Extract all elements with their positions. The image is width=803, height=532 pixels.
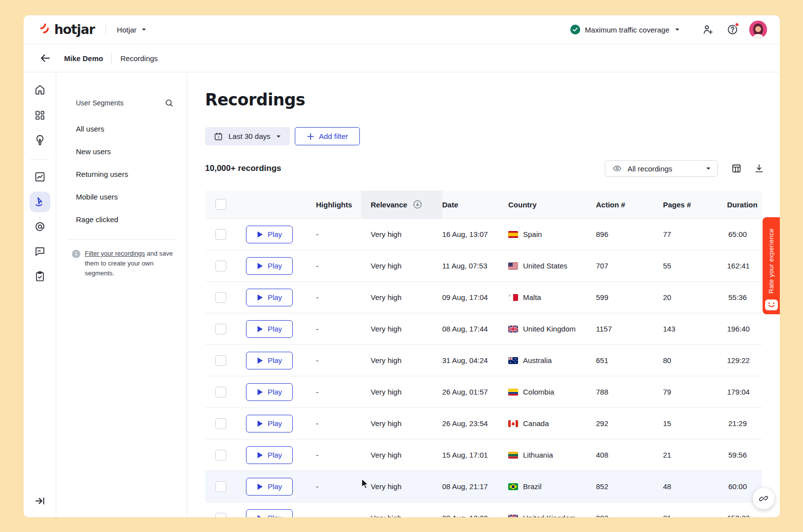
column-header-play	[235, 191, 316, 218]
manage-columns-button[interactable]	[731, 163, 742, 176]
cell-date: 15 Aug, 17:01	[442, 451, 508, 459]
cell-country: Colombia	[508, 388, 596, 396]
table-row[interactable]: Play - Very high 08 Aug, 21:17 Brazil 85…	[205, 471, 762, 502]
column-header-pages[interactable]: Pages #	[663, 191, 727, 218]
nav-item-recordings[interactable]	[34, 196, 46, 208]
segment-item-new-users[interactable]: New users	[56, 140, 187, 163]
hotjar-logo[interactable]: hotjar	[38, 22, 95, 37]
column-header-date[interactable]: Date	[442, 191, 508, 218]
country-name: Brazil	[523, 482, 542, 491]
country-name: Lithuania	[523, 451, 553, 459]
table-row[interactable]: Play - Very high 26 Aug, 01:57 Colombia …	[205, 376, 762, 408]
table-row[interactable]: Play - Very high 09 Aug, 17:04 Malta 599…	[205, 282, 762, 313]
user-avatar[interactable]	[749, 21, 767, 38]
share-link-button[interactable]	[753, 488, 774, 509]
play-button[interactable]: Play	[246, 383, 293, 401]
play-button[interactable]: Play	[246, 446, 293, 464]
cell-date: 08 Aug, 21:17	[442, 482, 508, 491]
recordings-view-selector[interactable]: All recordings	[605, 160, 718, 177]
row-checkbox[interactable]	[215, 418, 226, 429]
table-row[interactable]: Play - Very high 26 Aug, 23:54 Canada 29…	[205, 408, 762, 439]
help-button[interactable]	[727, 24, 738, 35]
nav-item-feedback[interactable]	[34, 245, 46, 257]
cell-relevance: Very high	[361, 356, 442, 365]
row-checkbox[interactable]	[215, 513, 226, 518]
cell-duration: 152:33	[727, 514, 762, 517]
play-button[interactable]: Play	[246, 289, 293, 306]
play-button[interactable]: Play	[246, 226, 293, 243]
row-checkbox[interactable]	[215, 324, 226, 334]
nav-item-insights[interactable]	[34, 134, 46, 146]
row-checkbox[interactable]	[215, 229, 226, 240]
segment-item-returning-users[interactable]: Returning users	[56, 163, 187, 185]
trends-chart-icon	[34, 171, 46, 183]
cell-relevance: Very high	[361, 325, 442, 333]
workspace-selector[interactable]: Hotjar	[117, 26, 147, 34]
cell-date: 08 Aug, 13:23	[442, 514, 508, 517]
cell-duration: 21:29	[727, 419, 762, 428]
column-header-relevance[interactable]: Relevance	[361, 191, 442, 218]
traffic-coverage-selector[interactable]: Maximum traffic coverage	[570, 25, 680, 34]
chat-bubble-icon	[34, 245, 46, 257]
table-row[interactable]: Play - Very high 11 Aug, 07:53 United St…	[205, 250, 762, 282]
cell-actions: 707	[596, 262, 663, 270]
column-header-highlights[interactable]: Highlights	[316, 191, 361, 218]
nav-item-home[interactable]	[34, 84, 46, 96]
nav-item-trends[interactable]	[34, 171, 46, 183]
date-range-label: Last 30 days	[228, 132, 270, 140]
country-flag	[508, 420, 518, 427]
sort-descending-icon[interactable]	[413, 200, 422, 209]
table-row[interactable]: Play - Very high 31 Aug, 04:24 Australia…	[205, 345, 762, 376]
traffic-coverage-label: Maximum traffic coverage	[585, 26, 669, 34]
filter-recordings-link[interactable]: Filter your recordings	[85, 250, 145, 257]
row-checkbox[interactable]	[215, 450, 226, 461]
row-checkbox[interactable]	[215, 261, 226, 271]
segment-item-mobile-users[interactable]: Mobile users	[56, 185, 187, 208]
column-header-actions[interactable]: Action #	[596, 191, 663, 218]
breadcrumb: Mike Demo Recordings	[24, 44, 780, 72]
rate-experience-tab[interactable]: Rate your experience	[763, 217, 780, 314]
select-all-checkbox[interactable]	[215, 199, 226, 210]
collapse-sidebar-button[interactable]	[34, 495, 46, 507]
nav-item-heatmaps[interactable]	[34, 221, 46, 233]
row-checkbox[interactable]	[215, 387, 226, 398]
segment-item-rage-clicked[interactable]: Rage clicked	[56, 208, 187, 231]
country-flag	[508, 483, 518, 490]
segment-item-all-users[interactable]: All users	[56, 117, 187, 140]
row-checkbox[interactable]	[215, 355, 226, 366]
table-row[interactable]: Play - Very high 16 Aug, 13:07 Spain 896…	[205, 219, 762, 250]
cell-relevance: Very high	[361, 419, 442, 428]
play-button[interactable]: Play	[246, 257, 293, 275]
date-range-filter[interactable]: 1 Last 30 days	[205, 127, 290, 145]
download-button[interactable]	[754, 163, 765, 176]
table-row[interactable]: Play - Very high 15 Aug, 17:01 Lithuania…	[205, 439, 762, 471]
table-row[interactable]: Play - Very high 08 Aug, 17:44 United Ki…	[205, 313, 762, 345]
table-header: Highlights Relevance Date Country Action…	[205, 191, 762, 219]
add-filter-button[interactable]: Add filter	[295, 127, 360, 145]
play-button[interactable]: Play	[246, 352, 293, 369]
play-button[interactable]: Play	[246, 478, 293, 496]
country-flag	[508, 231, 518, 238]
back-arrow-icon[interactable]	[39, 52, 51, 64]
country-flag	[508, 357, 518, 364]
nav-item-dashboards[interactable]	[34, 109, 46, 121]
row-checkbox[interactable]	[215, 481, 226, 492]
top-bar: hotjar Hotjar Maximum traffic coverage	[24, 15, 780, 44]
column-header-country[interactable]: Country	[508, 191, 596, 218]
row-checkbox[interactable]	[215, 292, 226, 303]
cell-highlights: -	[316, 356, 361, 365]
breadcrumb-site[interactable]: Mike Demo	[64, 54, 103, 63]
country-name: Malta	[523, 293, 541, 301]
search-icon[interactable]	[164, 98, 174, 108]
country-flag	[508, 326, 518, 332]
cell-pages: 143	[663, 325, 727, 333]
cell-actions: 651	[596, 356, 663, 365]
column-header-duration[interactable]: Duration	[727, 191, 762, 218]
nav-item-surveys[interactable]	[34, 270, 46, 282]
table-row[interactable]: Play - Very high 08 Aug, 13:23 United Ki…	[205, 502, 762, 517]
lightbulb-icon	[34, 134, 46, 146]
play-button[interactable]: Play	[246, 320, 293, 338]
invite-user-button[interactable]	[702, 24, 714, 35]
play-button[interactable]: Play	[246, 415, 293, 432]
play-button[interactable]: Play	[246, 509, 293, 518]
